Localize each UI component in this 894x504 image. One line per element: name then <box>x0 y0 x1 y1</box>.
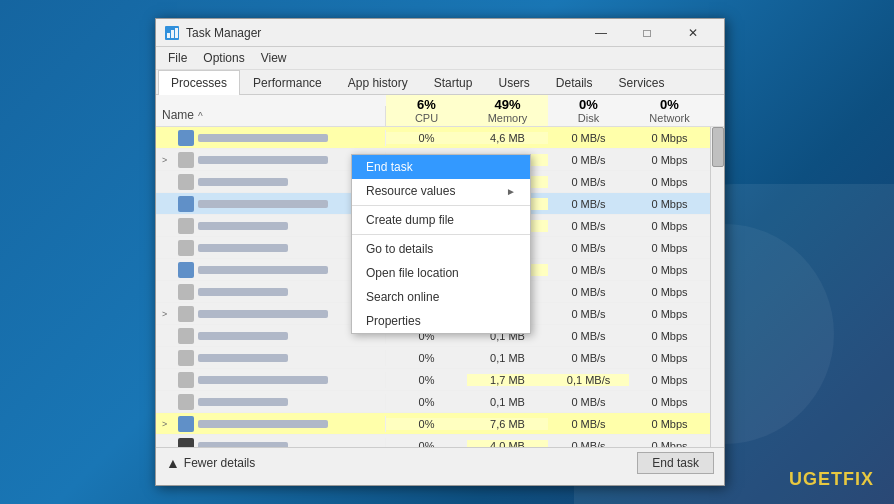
fewer-details-chevron-icon: ▲ <box>166 455 180 471</box>
tab-bar: Processes Performance App history Startu… <box>156 70 724 95</box>
process-icon <box>178 328 194 344</box>
net-val: 0 Mbps <box>629 396 710 408</box>
disk-val: 0 MB/s <box>548 176 629 188</box>
ctx-end-task[interactable]: End task <box>352 155 530 179</box>
net-val: 0 Mbps <box>629 132 710 144</box>
footer: ▲ Fewer details End task <box>156 447 724 477</box>
brand-ug: UG <box>789 469 818 489</box>
menu-view[interactable]: View <box>253 49 295 67</box>
disk-val: 0 MB/s <box>548 286 629 298</box>
disk-val: 0 MB/s <box>548 154 629 166</box>
fewer-details-label: Fewer details <box>184 456 255 470</box>
ctx-create-dump[interactable]: Create dump file <box>352 208 530 232</box>
mem-val: 1,7 MB <box>467 374 548 386</box>
col-header-cpu[interactable]: 6% CPU <box>386 95 467 126</box>
mem-val: 7,6 MB <box>467 418 548 430</box>
net-val: 0 Mbps <box>629 286 710 298</box>
tab-app-history[interactable]: App history <box>335 70 421 95</box>
maximize-button[interactable]: □ <box>624 19 670 47</box>
tab-details[interactable]: Details <box>543 70 606 95</box>
scrollbar-thumb[interactable] <box>712 127 724 167</box>
window-title: Task Manager <box>186 26 578 40</box>
end-task-footer-button[interactable]: End task <box>637 452 714 474</box>
table-row[interactable]: > 0% 7,6 MB 0 MB/s 0 Mbps <box>156 413 724 435</box>
tab-processes[interactable]: Processes <box>158 70 240 95</box>
ctx-separator-1 <box>352 205 530 206</box>
disk-val: 0 MB/s <box>548 242 629 254</box>
ctx-end-task-label: End task <box>366 160 413 174</box>
net-val: 0 Mbps <box>629 154 710 166</box>
brand-et: ET <box>818 469 843 489</box>
ctx-resource-values[interactable]: Resource values ► <box>352 179 530 203</box>
col-header-network[interactable]: 0% Network <box>629 95 710 126</box>
sort-arrow: ^ <box>198 111 203 122</box>
process-icon <box>178 174 194 190</box>
titlebar: Task Manager — □ ✕ <box>156 19 724 47</box>
disk-val: 0 MB/s <box>548 198 629 210</box>
col-header-disk[interactable]: 0% Disk <box>548 95 629 126</box>
ctx-properties-label: Properties <box>366 314 421 328</box>
ctx-go-to-details-label: Go to details <box>366 242 433 256</box>
tab-users[interactable]: Users <box>485 70 542 95</box>
task-manager-window: Task Manager — □ ✕ File Options View Pro… <box>155 18 725 486</box>
table-row[interactable]: 0% 1,7 MB 0,1 MB/s 0 Mbps <box>156 369 724 391</box>
memory-pct: 49% <box>473 97 542 112</box>
cpu-val: 0% <box>386 374 467 386</box>
process-icon <box>178 262 194 278</box>
process-name: > <box>156 416 386 432</box>
process-icon <box>178 394 194 410</box>
tab-services[interactable]: Services <box>606 70 678 95</box>
disk-val: 0 MB/s <box>548 440 629 448</box>
disk-val: 0 MB/s <box>548 264 629 276</box>
ctx-go-to-details[interactable]: Go to details <box>352 237 530 261</box>
submenu-arrow-icon: ► <box>506 186 516 197</box>
process-icon <box>178 218 194 234</box>
table-header: Name ^ 6% CPU 49% Memory 0% Disk 0% Netw… <box>156 95 724 127</box>
app-icon <box>164 25 180 41</box>
net-val: 0 Mbps <box>629 374 710 386</box>
tab-performance[interactable]: Performance <box>240 70 335 95</box>
ctx-open-file-location[interactable]: Open file location <box>352 261 530 285</box>
table-row[interactable]: 0% 0,1 MB 0 MB/s 0 Mbps <box>156 391 724 413</box>
net-val: 0 Mbps <box>629 440 710 448</box>
net-val: 0 Mbps <box>629 308 710 320</box>
ctx-resource-values-label: Resource values <box>366 184 455 198</box>
process-icon <box>178 306 194 322</box>
disk-val: 0 MB/s <box>548 396 629 408</box>
ctx-properties[interactable]: Properties <box>352 309 530 333</box>
scrollbar[interactable] <box>710 127 724 447</box>
brand-logo: UGETFIX <box>789 469 874 490</box>
network-pct: 0% <box>635 97 704 112</box>
disk-val: 0 MB/s <box>548 330 629 342</box>
cpu-label: CPU <box>392 112 461 124</box>
window-controls: — □ ✕ <box>578 19 716 47</box>
net-val: 0 Mbps <box>629 220 710 232</box>
ctx-search-online[interactable]: Search online <box>352 285 530 309</box>
mem-val: 0,1 MB <box>467 352 548 364</box>
disk-val: 0 MB/s <box>548 132 629 144</box>
table-row[interactable]: 0% 4,6 MB 0 MB/s 0 Mbps <box>156 127 724 149</box>
net-val: 0 Mbps <box>629 352 710 364</box>
disk-val: 0 MB/s <box>548 220 629 232</box>
process-icon <box>178 372 194 388</box>
fewer-details-button[interactable]: ▲ Fewer details <box>166 455 255 471</box>
network-label: Network <box>635 112 704 124</box>
process-icon <box>178 416 194 432</box>
menu-file[interactable]: File <box>160 49 195 67</box>
table-row[interactable]: 0% 4,0 MB 0 MB/s 0 Mbps <box>156 435 724 447</box>
col-header-name[interactable]: Name ^ <box>156 106 386 126</box>
mem-val: 4,0 MB <box>467 440 548 448</box>
disk-val: 0 MB/s <box>548 418 629 430</box>
col-header-memory[interactable]: 49% Memory <box>467 95 548 126</box>
close-button[interactable]: ✕ <box>670 19 716 47</box>
table-row[interactable]: 0% 0,1 MB 0 MB/s 0 Mbps <box>156 347 724 369</box>
net-val: 0 Mbps <box>629 264 710 276</box>
cpu-val: 0% <box>386 440 467 448</box>
tab-startup[interactable]: Startup <box>421 70 486 95</box>
process-icon <box>178 152 194 168</box>
process-name <box>156 438 386 448</box>
process-name <box>156 372 386 388</box>
process-icon <box>178 284 194 300</box>
menu-options[interactable]: Options <box>195 49 252 67</box>
minimize-button[interactable]: — <box>578 19 624 47</box>
